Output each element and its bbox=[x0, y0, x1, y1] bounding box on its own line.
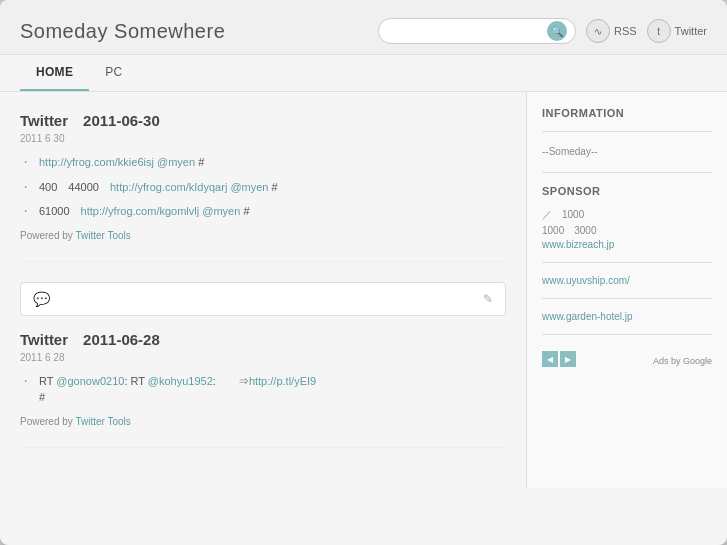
post-2-title: Twitter 2011-06-28 bbox=[20, 331, 506, 350]
twitter-icon: t bbox=[647, 19, 671, 43]
tweet-1-3-text: 61000 http://yfrog.com/kgomlvlj @myen # bbox=[39, 203, 506, 220]
tab-home[interactable]: HOME bbox=[20, 55, 89, 91]
rss-link[interactable]: ∿ RSS bbox=[586, 19, 637, 43]
tweet-1-1: ・ http://yfrog.com/kkiе6isj @myen # bbox=[20, 154, 506, 171]
post-1-date: 2011 6 30 bbox=[20, 133, 506, 144]
sponsor-divider3 bbox=[542, 334, 712, 335]
bullet-icon: ・ bbox=[20, 204, 31, 219]
mention-link[interactable]: @myen bbox=[157, 156, 195, 168]
twitter-tools-link[interactable]: Twitter Tools bbox=[75, 230, 130, 241]
sponsor-link1[interactable]: www.bizreach.jp bbox=[542, 239, 712, 250]
tweet-link[interactable]: http://yfrog.com/kgomlvlj bbox=[81, 205, 200, 217]
bullet-icon: ・ bbox=[20, 155, 31, 170]
tweet-2-1: ・ RT @gonow0210: RT @kohyu1952: ⇒http://… bbox=[20, 373, 506, 406]
ads-label: Ads by Google bbox=[653, 356, 712, 366]
next-arrow[interactable]: ▶ bbox=[560, 351, 576, 367]
sponsor-title: SPONSOR bbox=[542, 185, 712, 197]
tweet-2-1-text: RT @gonow0210: RT @kohyu1952: ⇒http://p.… bbox=[39, 373, 506, 406]
bullet-icon: ・ bbox=[20, 180, 31, 195]
post-1-title: Twitter 2011-06-30 bbox=[20, 112, 506, 131]
rss-label: RSS bbox=[614, 25, 637, 37]
twitter-tools-link-2[interactable]: Twitter Tools bbox=[75, 416, 130, 427]
tweet-1-2-text: 400 44000 http://yfrog.com/kIdyqarj @mye… bbox=[39, 179, 506, 196]
post-1: Twitter 2011-06-30 2011 6 30 ・ http://yf… bbox=[20, 112, 506, 262]
search-button[interactable]: 🔍 bbox=[547, 21, 567, 41]
nav-arrows: ◀ ▶ bbox=[542, 351, 576, 367]
sponsor-line1: ／ 1000 1000 3000 bbox=[542, 207, 712, 239]
sponsor-divider1 bbox=[542, 262, 712, 263]
someday-divider bbox=[542, 172, 712, 173]
tweet-1-3: ・ 61000 http://yfrog.com/kgomlvlj @myen … bbox=[20, 203, 506, 220]
post-2: Twitter 2011-06-28 2011 6 28 ・ RT @gonow… bbox=[20, 331, 506, 448]
mention-link[interactable]: @myen bbox=[230, 181, 268, 193]
sponsor-link3[interactable]: www.garden-hotel.jp bbox=[542, 311, 712, 322]
nav-tabs: HOME PC bbox=[0, 55, 727, 92]
content-area: Twitter 2011-06-30 2011 6 30 ・ http://yf… bbox=[0, 92, 527, 488]
bullet-icon: ・ bbox=[20, 374, 31, 389]
tweet-short-link[interactable]: http://p.tl/yEI9 bbox=[249, 375, 316, 387]
powered-by-2: Powered by Twitter Tools bbox=[20, 416, 506, 427]
pencil-icon: ✎ bbox=[483, 292, 493, 306]
post-2-date: 2011 6 28 bbox=[20, 352, 506, 363]
twitter-label: Twitter bbox=[675, 25, 707, 37]
sponsor-link2[interactable]: www.uyuvship.com/ bbox=[542, 275, 712, 286]
twitter-link[interactable]: t Twitter bbox=[647, 19, 707, 43]
header: Someday Somewhere 🔍 ∿ RSS t Twitter bbox=[0, 0, 727, 55]
tweet-1-2: ・ 400 44000 http://yfrog.com/kIdyqarj @m… bbox=[20, 179, 506, 196]
tweet-link[interactable]: http://yfrog.com/kIdyqarj bbox=[110, 181, 227, 193]
prev-arrow[interactable]: ◀ bbox=[542, 351, 558, 367]
header-controls: 🔍 ∿ RSS t Twitter bbox=[378, 18, 707, 44]
search-box[interactable]: 🔍 bbox=[378, 18, 576, 44]
main-window: Someday Somewhere 🔍 ∿ RSS t Twitter HOME… bbox=[0, 0, 727, 545]
comment-icon: 💬 bbox=[33, 291, 50, 307]
someday-text: --Someday-- bbox=[542, 144, 712, 160]
main-content: Twitter 2011-06-30 2011 6 30 ・ http://yf… bbox=[0, 92, 727, 488]
search-input[interactable] bbox=[387, 25, 547, 37]
site-title: Someday Somewhere bbox=[20, 20, 225, 43]
sponsor-divider2 bbox=[542, 298, 712, 299]
info-divider bbox=[542, 131, 712, 132]
tab-pc[interactable]: PC bbox=[89, 55, 138, 91]
tweet-1-1-text: http://yfrog.com/kkiе6isj @myen # bbox=[39, 154, 506, 171]
rss-icon: ∿ bbox=[586, 19, 610, 43]
powered-by-1: Powered by Twitter Tools bbox=[20, 230, 506, 241]
sidebar: INFORMATION --Someday-- SPONSOR ／ 1000 1… bbox=[527, 92, 727, 488]
comment-box[interactable]: 💬 ✎ bbox=[20, 282, 506, 316]
mention-link-gonow[interactable]: @gonow0210 bbox=[56, 375, 124, 387]
mention-link-kohyu[interactable]: @kohyu1952 bbox=[148, 375, 213, 387]
mention-link[interactable]: @myen bbox=[202, 205, 240, 217]
tweet-link[interactable]: http://yfrog.com/kkiе6isj bbox=[39, 156, 154, 168]
info-title: INFORMATION bbox=[542, 107, 712, 119]
